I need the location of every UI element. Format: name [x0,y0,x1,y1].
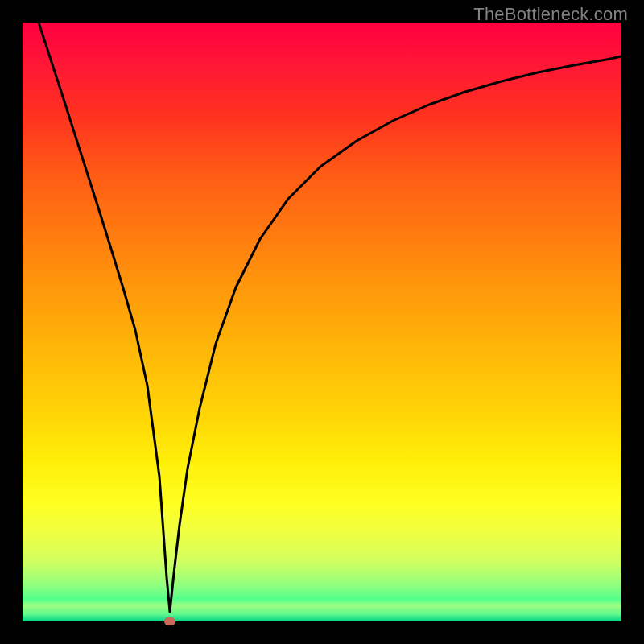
chart-plot-area [23,23,621,621]
bottleneck-curve [39,23,621,612]
chart-curve-svg [23,23,621,621]
minimum-marker [164,617,175,625]
